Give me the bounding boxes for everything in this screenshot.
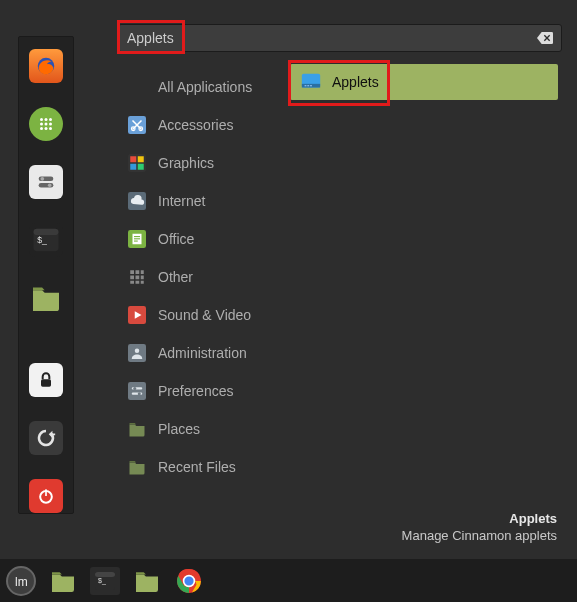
svg-rect-24 [130,156,136,162]
menu-button[interactable]: lm [6,566,36,596]
svg-point-8 [45,127,48,130]
fav-terminal[interactable]: $_ [29,223,63,257]
terminal-icon: $_ [31,225,61,255]
svg-point-50 [138,392,141,395]
files-icon [30,285,62,311]
svg-point-7 [40,127,43,130]
svg-text:$_: $_ [37,235,47,245]
category-sound-video[interactable]: Sound & Video [118,296,282,334]
category-label: Accessories [158,117,233,133]
folder-icon [128,458,146,476]
svg-rect-55 [310,85,312,86]
backspace-icon [537,32,553,44]
applet-icon [300,71,322,93]
category-label: Graphics [158,155,214,171]
svg-text:lm: lm [15,574,28,588]
category-administration[interactable]: Administration [118,334,282,372]
svg-rect-26 [130,164,136,170]
svg-rect-31 [134,236,140,237]
svg-point-12 [41,177,45,181]
svg-point-1 [40,118,43,121]
svg-rect-42 [141,281,144,284]
power-button[interactable] [29,479,63,513]
category-all-applications[interactable]: All Applications [118,68,282,106]
svg-point-6 [49,123,52,126]
logout-button[interactable] [29,421,63,455]
settings-icon [35,171,57,193]
category-office[interactable]: Office [118,220,282,258]
admin-icon [128,344,146,362]
category-list: All ApplicationsAccessoriesGraphicsInter… [118,68,282,486]
prefs-icon [128,382,146,400]
category-label: All Applications [158,79,252,95]
svg-rect-33 [134,241,138,242]
svg-rect-46 [128,382,146,400]
category-label: Recent Files [158,459,236,475]
results-list: Applets [290,64,558,100]
logout-icon [35,427,57,449]
grid-icon [128,268,146,286]
folder-icon [128,420,146,438]
svg-rect-27 [138,164,144,170]
lock-button[interactable] [29,363,63,397]
category-label: Administration [158,345,247,361]
panel-files[interactable] [48,567,78,595]
category-label: Office [158,231,194,247]
category-places[interactable]: Places [118,410,282,448]
office-icon [128,230,146,248]
description-subtitle: Manage Cinnamon applets [402,527,557,545]
chrome-icon [176,568,202,594]
blank-icon [128,78,146,96]
category-label: Preferences [158,383,233,399]
category-label: Internet [158,193,205,209]
category-label: Places [158,421,200,437]
clear-search-button[interactable] [537,32,553,45]
search-bar[interactable] [118,24,562,52]
description-title: Applets [402,510,557,528]
category-internet[interactable]: Internet [118,182,282,220]
fav-apps[interactable] [29,107,63,141]
svg-rect-35 [136,270,140,274]
firefox-icon [35,55,57,77]
svg-rect-37 [130,276,134,280]
play-icon [128,306,146,324]
svg-rect-36 [141,270,144,274]
svg-rect-41 [136,281,140,284]
mint-logo-icon: lm [12,572,30,590]
svg-point-5 [45,123,48,126]
folder-icon [49,570,77,592]
result-label: Applets [332,74,379,90]
bottom-panel: lm $_ [0,559,577,602]
svg-rect-38 [136,276,140,280]
svg-rect-19 [45,489,47,496]
fav-firefox[interactable] [29,49,63,83]
svg-point-4 [40,123,43,126]
fav-settings[interactable] [29,165,63,199]
panel-files2[interactable] [132,567,162,595]
description: Applets Manage Cinnamon applets [402,510,557,545]
category-accessories[interactable]: Accessories [118,106,282,144]
svg-rect-34 [130,270,134,274]
result-applets[interactable]: Applets [290,64,558,100]
cloud-icon [128,192,146,210]
panel-chrome[interactable] [174,567,204,595]
category-recent-files[interactable]: Recent Files [118,448,282,486]
terminal-icon: $_ [92,569,118,593]
category-graphics[interactable]: Graphics [118,144,282,182]
search-input[interactable] [127,30,537,46]
svg-rect-53 [305,85,307,86]
category-preferences[interactable]: Preferences [118,372,282,410]
category-other[interactable]: Other [118,258,282,296]
svg-point-49 [133,387,136,390]
app-menu: $_ All ApplicationsAccessoriesGraphicsIn… [0,0,577,559]
power-icon [36,486,56,506]
folder-icon [133,570,161,592]
category-label: Other [158,269,193,285]
category-label: Sound & Video [158,307,251,323]
lock-icon [36,370,56,390]
svg-rect-39 [141,276,144,280]
palette-icon [128,154,146,172]
panel-terminal[interactable]: $_ [90,567,120,595]
fav-files[interactable] [29,281,63,315]
svg-point-3 [49,118,52,121]
